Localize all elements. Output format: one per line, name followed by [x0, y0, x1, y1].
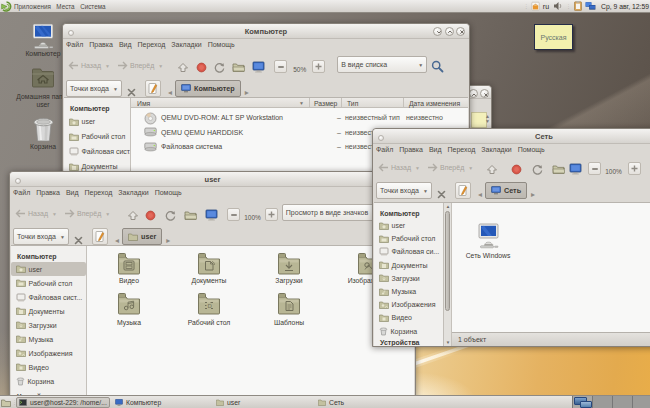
- svg-text:D: D: [208, 303, 213, 309]
